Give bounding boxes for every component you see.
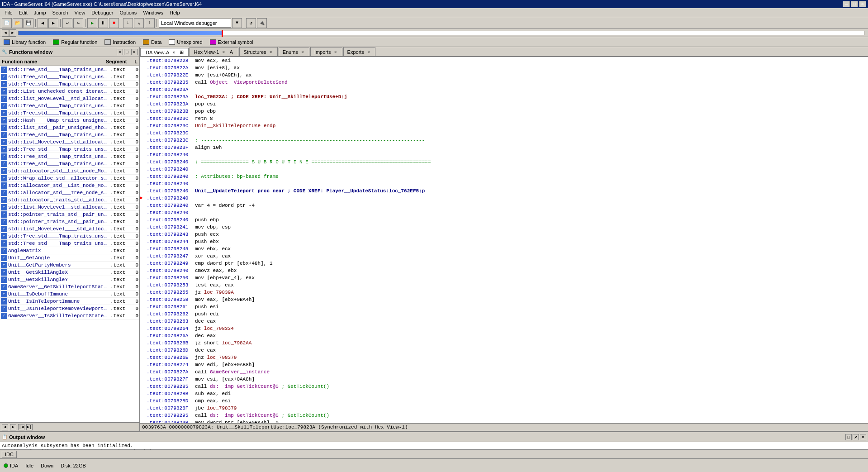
code-line-35[interactable]: .text:00798262 push edi [140, 310, 868, 318]
function-row-18[interactable]: fstd::allocator_traits_std__allocator_st… [0, 196, 139, 204]
menu-jump[interactable]: Jump [31, 9, 49, 16]
function-row-11[interactable]: fstd::Tree_std____Tmap_traits_unsigned..… [0, 146, 139, 153]
code-line-46[interactable]: .text:0079828B sub eax, edi [140, 390, 868, 397]
code-line-48[interactable]: .text:0079828F jbe loc_798379 [140, 405, 868, 412]
code-line-16[interactable]: .text:00798240; Attributes: bp-based fra… [140, 173, 868, 180]
step-into[interactable]: ↓ [123, 18, 133, 28]
save-button[interactable]: 💾 [24, 18, 33, 28]
code-line-6[interactable]: .text:0079823A pop esi [140, 100, 868, 108]
code-line-29[interactable]: .text:00798240 cmovz eax, ebx [140, 267, 868, 274]
function-row-34[interactable]: fGameServer__IsSkillTeleportStateAttack.… [0, 312, 139, 319]
code-line-36[interactable]: .text:00798263 dec eax [140, 318, 868, 325]
code-line-32[interactable]: .text:00798255 jz loc_79839A [140, 289, 868, 296]
menu-file[interactable]: File [2, 9, 15, 16]
undo-button[interactable]: ↩ [62, 18, 72, 28]
code-line-41[interactable]: .text:0079826E jnz loc_798379 [140, 354, 868, 361]
code-line-27[interactable]: .text:00798247 xor eax, eax [140, 253, 868, 260]
function-row-12[interactable]: fstd::Tree_std____Tmap_traits_unsigned..… [0, 153, 139, 160]
dropdown-arrow[interactable]: ▼ [232, 18, 242, 28]
function-row-21[interactable]: fstd::pointer_traits_std__pair_unsigned_… [0, 218, 139, 225]
tab-exports-close[interactable]: × [366, 49, 371, 55]
function-row-26[interactable]: fUnit__GetAngle.text0 [0, 254, 139, 262]
code-line-42[interactable]: .text:00798274 mov edi, [ebx+0AB8h] [140, 361, 868, 368]
code-line-7[interactable]: .text:0079823B pop ebp [140, 108, 868, 115]
close-button[interactable]: ✕ [859, 1, 866, 7]
function-row-19[interactable]: fstd::list_MoveLevel__std_allocator_M...… [0, 204, 139, 211]
function-row-8[interactable]: fstd::list_std__pair_unsigned_short_cons… [0, 124, 139, 131]
tab-structures[interactable]: Structures × [239, 47, 277, 56]
minimize-button[interactable]: ─ [843, 1, 850, 7]
function-row-4[interactable]: fstd::list_MoveLevel__std_allocator....t… [0, 95, 139, 102]
function-row-2[interactable]: fstd::Tree_std____Tmap_traits_unsigned..… [0, 81, 139, 88]
code-line-1[interactable]: .text:0079822A mov [esi+8], ax [140, 64, 868, 72]
navigation-progress[interactable] [18, 31, 864, 35]
tab-imports[interactable]: Imports × [310, 47, 342, 56]
function-row-14[interactable]: fstd::allocator_std__List_node_MoveLev..… [0, 167, 139, 175]
tab-ida-view-a[interactable]: IDA View-A × ⊞ [140, 48, 189, 57]
function-row-30[interactable]: fGameServer__GetSkillTeleportStateTime.t… [0, 283, 139, 291]
code-line-50[interactable]: .text:0079829B mov dword ptr [ebx+0BA4h]… [140, 419, 868, 423]
nav-back[interactable]: ◀ [2, 29, 9, 37]
output-float[interactable]: ↗ [853, 434, 859, 440]
code-line-2[interactable]: .text:0079822E mov [esi+0A9Eh], ax [140, 72, 868, 79]
code-line-38[interactable]: .text:0079826A dec eax [140, 332, 868, 339]
function-row-25[interactable]: fAngleMatrix.text0 [0, 247, 139, 254]
stop-button[interactable]: ■ [109, 18, 119, 28]
code-line-8[interactable]: .text:0079823C retn 8 [140, 115, 868, 122]
function-row-15[interactable]: fstd::Wrap_alloc_std__allocator_std__T..… [0, 175, 139, 182]
code-line-40[interactable]: .text:0079826D dec eax [140, 347, 868, 354]
code-line-34[interactable]: .text:00798261 push esi [140, 303, 868, 310]
code-line-39[interactable]: .text:0079826B jz short loc_7982AA [140, 339, 868, 347]
code-line-23[interactable]: .text:00798241 mov ebp, esp [140, 224, 868, 231]
function-row-29[interactable]: fUnit__GetSkillAngleY.text0 [0, 276, 139, 283]
code-line-47[interactable]: .text:0079828D cmp eax, esi [140, 397, 868, 405]
code-line-30[interactable]: .text:00798250 mov [ebp+var_4], eax [140, 274, 868, 281]
code-line-33[interactable]: .text:0079825B mov eax, [ebx+0BA4h] [140, 296, 868, 303]
menu-help[interactable]: Help [167, 9, 183, 16]
functions-panel-float[interactable]: □ [124, 49, 130, 55]
new-button[interactable]: 📄 [2, 18, 12, 28]
code-line-43[interactable]: .text:0079827A call GameServer__instance [140, 368, 868, 376]
code-line-20[interactable]: .text:00798240var_4 = dword ptr -4 [140, 202, 868, 209]
code-line-26[interactable]: .text:00798245 mov ebx, ecx [140, 245, 868, 253]
function-row-27[interactable]: fUnit__GetPartyMembers.text0 [0, 262, 139, 269]
functions-panel-menu[interactable]: ≡ [117, 49, 123, 55]
code-line-24[interactable]: .text:00798243 push ecx [140, 231, 868, 238]
code-line-25[interactable]: .text:00798244 push ebx [140, 238, 868, 245]
function-row-16[interactable]: fstd::allocator_std__List_node_MoveLev..… [0, 182, 139, 189]
menu-windows[interactable]: Windows [140, 9, 166, 16]
code-line-49[interactable]: .text:00798295 call ds:__imp_GetTickCoun… [140, 412, 868, 419]
code-line-45[interactable]: .text:00798285 call ds:__imp_GetTickCoun… [140, 383, 868, 390]
tab-structures-close[interactable]: × [268, 49, 274, 55]
code-content[interactable]: .text:00798228 mov ecx, esi.text:0079822… [140, 57, 868, 423]
footer-home[interactable]: |◀ [18, 424, 24, 430]
redo-button[interactable]: ↪ [73, 18, 83, 28]
code-line-37[interactable]: .text:00798264 jz loc_798334 [140, 325, 868, 332]
function-row-6[interactable]: fstd::Tree_std____Tmap_traits_unsigned_M… [0, 110, 139, 117]
function-row-22[interactable]: fstd::list_MoveLevel____std_allocator_M.… [0, 225, 139, 233]
tab-imports-close[interactable]: × [333, 49, 338, 55]
function-row-32[interactable]: fUnit__IsInTeleportImmune.text0 [0, 298, 139, 305]
function-row-10[interactable]: fstd::list_MoveLevel__std_allocator_M...… [0, 138, 139, 146]
code-line-18[interactable]: .text:00798240Unit__UpdateTeleport proc … [140, 187, 868, 195]
functions-list[interactable]: fstd::Tree_std____Tmap_traits_unsigned..… [0, 66, 139, 422]
footer-next[interactable]: ▶ [10, 424, 16, 430]
debugger-dropdown[interactable]: Local Windows debugger [159, 19, 231, 28]
restore-button[interactable]: □ [851, 1, 858, 7]
connect-button[interactable]: 🔌 [257, 18, 267, 28]
open-button[interactable]: 📂 [13, 18, 23, 28]
code-line-44[interactable]: .text:0079827F mov esi, [eax+0AA8h] [140, 376, 868, 383]
function-row-9[interactable]: fstd::Tree_std____Tmap_traits_unsigned..… [0, 131, 139, 138]
pause-button[interactable]: ⏸ [98, 18, 108, 28]
function-row-0[interactable]: fstd::Tree_std____Tmap_traits_unsigned..… [0, 66, 139, 73]
code-line-4[interactable]: .text:0079823A [140, 86, 868, 93]
tab-hex-view-1-close[interactable]: × [221, 49, 226, 55]
back-button[interactable]: ◀ [38, 18, 47, 28]
code-line-19[interactable]: ▶.text:00798240 [140, 195, 868, 202]
menu-search[interactable]: Search [50, 9, 71, 16]
code-line-17[interactable]: .text:00798240 [140, 180, 868, 187]
tab-exports[interactable]: Exports × [343, 47, 375, 56]
tab-ida-view-a-close[interactable]: × [171, 50, 176, 55]
code-line-14[interactable]: .text:00798240; ================ S U B R… [140, 158, 868, 166]
menu-edit[interactable]: Edit [16, 9, 30, 16]
